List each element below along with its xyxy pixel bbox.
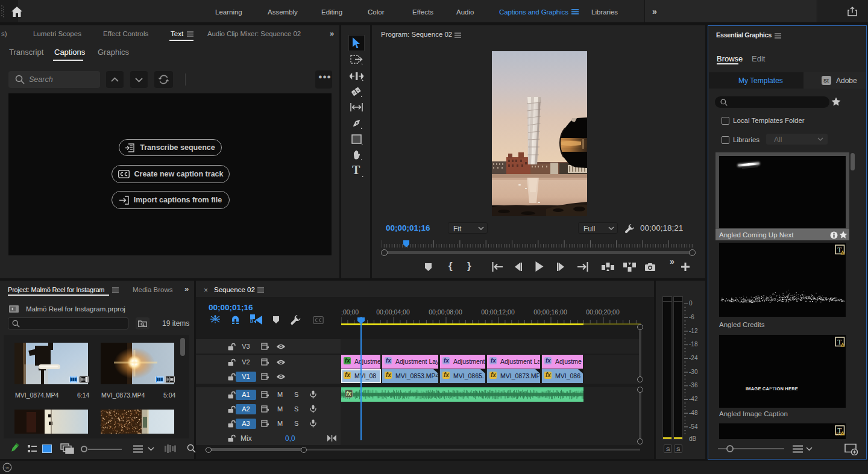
svg-text:∞: ∞ (5, 465, 9, 470)
